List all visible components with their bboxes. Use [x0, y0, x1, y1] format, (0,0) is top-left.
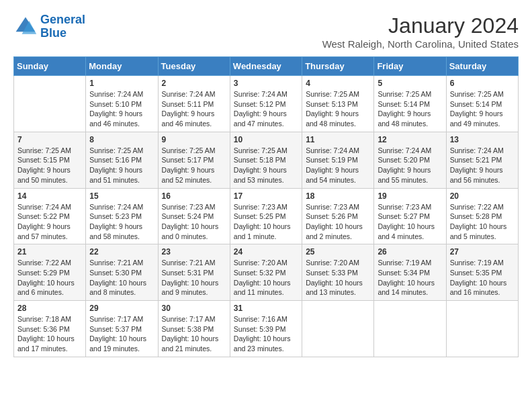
- sunset-text: Sunset: 5:17 PM: [162, 156, 214, 164]
- header-row: Sunday Monday Tuesday Wednesday Thursday…: [14, 57, 519, 76]
- sunrise-text: Sunrise: 7:24 AM: [162, 90, 216, 98]
- day-cell: 19 Sunrise: 7:23 AM Sunset: 5:27 PM Dayl…: [374, 188, 446, 244]
- day-number: 24: [234, 247, 298, 257]
- sunrise-text: Sunrise: 7:25 AM: [234, 146, 287, 154]
- logo-text: General Blue: [40, 13, 85, 40]
- col-sunday: Sunday: [14, 57, 86, 76]
- sunset-text: Sunset: 5:11 PM: [162, 100, 214, 108]
- sunrise-text: Sunrise: 7:25 AM: [450, 90, 504, 98]
- daylight-text: Daylight: 9 hours and 51 minutes.: [89, 166, 142, 184]
- day-cell: 8 Sunrise: 7:25 AM Sunset: 5:16 PM Dayli…: [86, 132, 158, 188]
- sunrise-text: Sunrise: 7:25 AM: [89, 146, 143, 154]
- day-cell: 2 Sunrise: 7:24 AM Sunset: 5:11 PM Dayli…: [158, 76, 230, 132]
- calendar-body: 1 Sunrise: 7:24 AM Sunset: 5:10 PM Dayli…: [14, 76, 519, 357]
- sunset-text: Sunset: 5:35 PM: [450, 269, 502, 277]
- day-info: Sunrise: 7:25 AM Sunset: 5:14 PM Dayligh…: [450, 89, 515, 129]
- day-cell: [302, 301, 374, 357]
- logo-icon: [13, 15, 38, 39]
- week-row-2: 7 Sunrise: 7:25 AM Sunset: 5:15 PM Dayli…: [14, 132, 519, 188]
- day-info: Sunrise: 7:24 AM Sunset: 5:12 PM Dayligh…: [234, 89, 298, 129]
- day-info: Sunrise: 7:23 AM Sunset: 5:24 PM Dayligh…: [162, 202, 226, 242]
- sunset-text: Sunset: 5:28 PM: [450, 212, 502, 220]
- sunrise-text: Sunrise: 7:24 AM: [450, 146, 504, 154]
- day-cell: 27 Sunrise: 7:19 AM Sunset: 5:35 PM Dayl…: [446, 244, 518, 301]
- sunset-text: Sunset: 5:21 PM: [450, 156, 502, 164]
- day-number: 18: [306, 191, 370, 201]
- day-info: Sunrise: 7:24 AM Sunset: 5:21 PM Dayligh…: [450, 146, 515, 185]
- daylight-text: Daylight: 9 hours and 49 minutes.: [450, 109, 503, 128]
- sunset-text: Sunset: 5:12 PM: [234, 100, 286, 108]
- daylight-text: Daylight: 10 hours and 8 minutes.: [89, 279, 146, 297]
- daylight-text: Daylight: 10 hours and 14 minutes.: [378, 279, 435, 297]
- day-info: Sunrise: 7:17 AM Sunset: 5:38 PM Dayligh…: [162, 314, 226, 354]
- day-cell: 21 Sunrise: 7:22 AM Sunset: 5:29 PM Dayl…: [14, 244, 86, 301]
- daylight-text: Daylight: 9 hours and 53 minutes.: [234, 166, 287, 184]
- daylight-text: Daylight: 9 hours and 48 minutes.: [306, 109, 359, 128]
- day-number: 28: [17, 304, 82, 313]
- sunset-text: Sunset: 5:33 PM: [306, 269, 358, 277]
- day-info: Sunrise: 7:25 AM Sunset: 5:17 PM Dayligh…: [162, 146, 226, 185]
- calendar-header: Sunday Monday Tuesday Wednesday Thursday…: [14, 57, 519, 76]
- day-number: 21: [17, 247, 82, 257]
- sunset-text: Sunset: 5:18 PM: [234, 156, 286, 164]
- day-cell: 15 Sunrise: 7:24 AM Sunset: 5:23 PM Dayl…: [86, 188, 158, 244]
- sunrise-text: Sunrise: 7:20 AM: [234, 259, 287, 267]
- day-cell: 14 Sunrise: 7:24 AM Sunset: 5:22 PM Dayl…: [14, 188, 86, 244]
- daylight-text: Daylight: 9 hours and 46 minutes.: [162, 109, 215, 128]
- day-number: 30: [162, 304, 226, 313]
- day-cell: 17 Sunrise: 7:23 AM Sunset: 5:25 PM Dayl…: [230, 188, 302, 244]
- day-number: 10: [234, 135, 298, 144]
- day-info: Sunrise: 7:20 AM Sunset: 5:32 PM Dayligh…: [234, 258, 298, 298]
- daylight-text: Daylight: 10 hours and 0 minutes.: [162, 222, 219, 240]
- col-thursday: Thursday: [302, 57, 374, 76]
- week-row-4: 21 Sunrise: 7:22 AM Sunset: 5:29 PM Dayl…: [14, 244, 519, 301]
- sunset-text: Sunset: 5:26 PM: [306, 212, 358, 220]
- sunrise-text: Sunrise: 7:25 AM: [378, 90, 431, 98]
- day-info: Sunrise: 7:22 AM Sunset: 5:29 PM Dayligh…: [17, 258, 82, 298]
- sunset-text: Sunset: 5:20 PM: [378, 156, 430, 164]
- daylight-text: Daylight: 9 hours and 57 minutes.: [17, 222, 71, 240]
- daylight-text: Daylight: 10 hours and 23 minutes.: [234, 334, 291, 353]
- sunset-text: Sunset: 5:30 PM: [89, 269, 142, 277]
- day-info: Sunrise: 7:24 AM Sunset: 5:23 PM Dayligh…: [89, 202, 154, 242]
- daylight-text: Daylight: 9 hours and 46 minutes.: [89, 109, 142, 128]
- sunrise-text: Sunrise: 7:20 AM: [306, 259, 359, 267]
- sunrise-text: Sunrise: 7:21 AM: [162, 259, 216, 267]
- day-number: 23: [162, 247, 226, 257]
- day-info: Sunrise: 7:24 AM Sunset: 5:11 PM Dayligh…: [162, 89, 226, 129]
- day-cell: 28 Sunrise: 7:18 AM Sunset: 5:36 PM Dayl…: [14, 301, 86, 357]
- day-cell: 25 Sunrise: 7:20 AM Sunset: 5:33 PM Dayl…: [302, 244, 374, 301]
- daylight-text: Daylight: 10 hours and 4 minutes.: [378, 222, 435, 240]
- sunset-text: Sunset: 5:10 PM: [89, 100, 142, 108]
- daylight-text: Daylight: 10 hours and 6 minutes.: [17, 279, 75, 297]
- day-number: 3: [234, 79, 298, 88]
- day-info: Sunrise: 7:18 AM Sunset: 5:36 PM Dayligh…: [17, 314, 82, 354]
- day-number: 5: [378, 79, 442, 88]
- day-cell: 31 Sunrise: 7:16 AM Sunset: 5:39 PM Dayl…: [230, 301, 302, 357]
- day-info: Sunrise: 7:23 AM Sunset: 5:26 PM Dayligh…: [306, 202, 370, 242]
- sunset-text: Sunset: 5:38 PM: [162, 325, 214, 333]
- daylight-text: Daylight: 9 hours and 48 minutes.: [378, 109, 431, 128]
- day-number: 6: [450, 79, 515, 88]
- sunset-text: Sunset: 5:14 PM: [378, 100, 430, 108]
- sunset-text: Sunset: 5:15 PM: [17, 156, 70, 164]
- day-cell: 5 Sunrise: 7:25 AM Sunset: 5:14 PM Dayli…: [374, 76, 446, 132]
- col-saturday: Saturday: [446, 57, 518, 76]
- day-number: 27: [450, 247, 515, 257]
- daylight-text: Daylight: 10 hours and 17 minutes.: [17, 334, 75, 353]
- day-number: 14: [17, 191, 82, 201]
- day-cell: 29 Sunrise: 7:17 AM Sunset: 5:37 PM Dayl…: [86, 301, 158, 357]
- sunrise-text: Sunrise: 7:24 AM: [89, 90, 143, 98]
- sunrise-text: Sunrise: 7:23 AM: [234, 203, 287, 211]
- day-info: Sunrise: 7:24 AM Sunset: 5:20 PM Dayligh…: [378, 146, 442, 185]
- sunrise-text: Sunrise: 7:24 AM: [306, 146, 359, 154]
- sunset-text: Sunset: 5:19 PM: [306, 156, 358, 164]
- day-cell: 13 Sunrise: 7:24 AM Sunset: 5:21 PM Dayl…: [446, 132, 518, 188]
- day-number: 13: [450, 135, 515, 144]
- day-number: 29: [89, 304, 154, 313]
- day-info: Sunrise: 7:21 AM Sunset: 5:30 PM Dayligh…: [89, 258, 154, 298]
- sunrise-text: Sunrise: 7:22 AM: [17, 259, 71, 267]
- day-info: Sunrise: 7:19 AM Sunset: 5:35 PM Dayligh…: [450, 258, 515, 298]
- page-subtitle: West Raleigh, North Carolina, United Sta…: [322, 38, 519, 50]
- sunrise-text: Sunrise: 7:22 AM: [450, 203, 504, 211]
